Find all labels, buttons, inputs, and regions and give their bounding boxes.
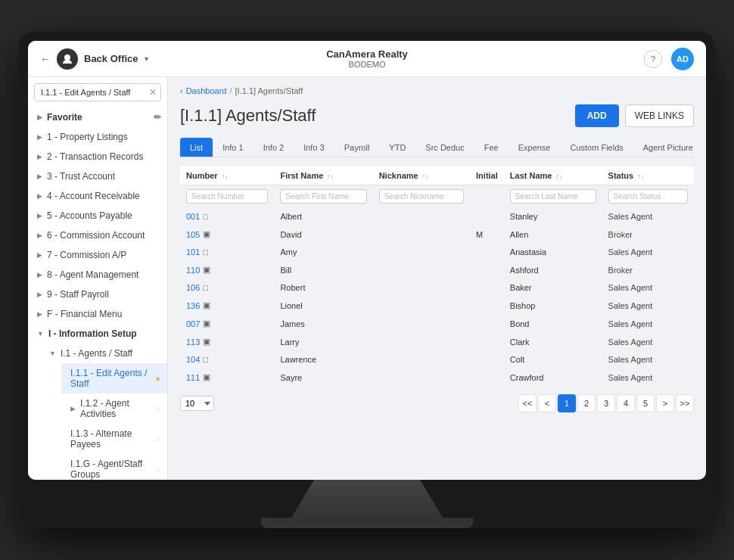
star-icon[interactable]: ☆ — [154, 435, 161, 443]
help-icon[interactable]: ? — [644, 50, 662, 68]
search-initial-cell — [470, 185, 504, 208]
agent-number-link[interactable]: 110 ▣ — [186, 265, 268, 275]
table-row: 104 □ Lawrence Colt Sales Agent — [180, 351, 694, 369]
cell-status: Sales Agent — [602, 297, 694, 315]
agent-number-link[interactable]: 104 □ — [186, 355, 268, 364]
sidebar-search-input[interactable] — [34, 83, 161, 101]
breadcrumb-dashboard[interactable]: Dashboard — [186, 86, 227, 95]
sidebar-item-4[interactable]: ▶ 4 - Account Receivable — [28, 186, 167, 206]
page-2-btn[interactable]: 2 — [577, 394, 596, 412]
page-last-btn[interactable]: >> — [676, 394, 694, 412]
page-1-btn[interactable]: 1 — [558, 394, 576, 412]
page-3-btn[interactable]: 3 — [597, 394, 615, 412]
page-prev-btn[interactable]: < — [538, 394, 556, 412]
tab-ytd[interactable]: YTD — [379, 138, 415, 157]
agent-number-link[interactable]: 007 ▣ — [186, 319, 268, 328]
sidebar-item-I13[interactable]: I.1.3 - Alternate Payees ☆ — [61, 424, 167, 454]
search-firstname-input[interactable] — [280, 189, 366, 204]
table-body: 001 □ Albert Stanley Sales Agent 105 ▣ D… — [180, 208, 694, 387]
sidebar-item-I[interactable]: ▼ I - Information Setup — [28, 324, 167, 344]
cell-initial — [470, 351, 504, 369]
sidebar-item-F[interactable]: ▶ F - Financial Menu — [28, 304, 167, 324]
agent-number-link[interactable]: 113 ▣ — [186, 337, 268, 347]
col-status[interactable]: Status ↑↓ — [602, 166, 694, 185]
col-last-name[interactable]: Last Name ↑↓ — [504, 166, 602, 185]
search-lastname-input[interactable] — [510, 189, 596, 204]
sidebar-item-3[interactable]: ▶ 3 - Trust Account — [28, 166, 167, 186]
col-number[interactable]: Number ↑↓ — [180, 166, 274, 185]
cell-initial — [470, 261, 504, 279]
col-first-name[interactable]: First Name ↑↓ — [274, 166, 372, 185]
sidebar-item-favorite[interactable]: ▶ Favorite ✏ — [28, 107, 167, 127]
search-status-input[interactable] — [608, 189, 688, 204]
cell-initial: M — [470, 226, 504, 244]
sidebar-item-I1G[interactable]: I.1.G - Agent/Staff Groups ☆ — [61, 454, 167, 480]
sidebar-item-I11-edit[interactable]: I.1.1 - Edit Agents / Staff ★ — [61, 363, 167, 394]
col-nickname[interactable]: Nickname ↑↓ — [373, 166, 470, 185]
tab-custom-fields[interactable]: Custom Fields — [560, 138, 633, 157]
tab-info1[interactable]: Info 1 — [213, 138, 253, 157]
page-5-btn[interactable]: 5 — [636, 394, 655, 412]
sidebar-item-6[interactable]: ▶ 6 - Commission Account — [28, 226, 167, 245]
tab-agent-picture[interactable]: Agent Picture — [633, 138, 694, 157]
star-icon[interactable]: ★ — [154, 375, 161, 383]
cell-status: Sales Agent — [602, 315, 694, 333]
sort-arrows-number: ↑↓ — [222, 173, 229, 180]
sidebar-item-I1[interactable]: ▼ I.1 - Agents / Staff — [40, 344, 167, 363]
sidebar-item-9[interactable]: ▶ 9 - Staff Payroll — [28, 285, 167, 304]
sidebar-item-5[interactable]: ▶ 5 - Accounts Payable — [28, 206, 167, 226]
star-icon[interactable]: ☆ — [154, 465, 161, 474]
tab-info2[interactable]: Info 2 — [253, 138, 294, 157]
edit-icon[interactable]: ✏ — [154, 112, 161, 123]
sidebar-item-8[interactable]: ▶ 8 - Agent Management — [28, 265, 167, 285]
cell-nickname — [373, 369, 470, 387]
agent-number-link[interactable]: 105 ▣ — [186, 229, 268, 239]
item8-chevron-icon: ▶ — [37, 271, 42, 278]
web-links-button[interactable]: WEB LINKS — [625, 104, 694, 127]
sidebar-item-label: 1 - Property Listings — [47, 132, 128, 142]
search-number-input[interactable] — [186, 189, 268, 204]
cell-lastname: Anastasia — [504, 244, 602, 261]
status-badge: Sales Agent — [608, 212, 653, 221]
cell-nickname — [373, 279, 470, 297]
sidebar-item-I12[interactable]: ▶ I.1.2 - Agent Activities ☆ — [61, 394, 167, 424]
cell-firstname: Albert — [274, 208, 372, 226]
sidebar-item-1[interactable]: ▶ 1 - Property Listings — [28, 127, 167, 147]
item9-chevron-icon: ▶ — [37, 291, 42, 298]
table-row: 106 □ Robert Baker Sales Agent — [180, 279, 694, 297]
add-button[interactable]: ADD — [575, 104, 619, 127]
sidebar-item-label: 7 - Commission A/P — [47, 250, 126, 260]
tab-src-deduc[interactable]: Src Deduc — [415, 138, 474, 157]
sidebar-item-7[interactable]: ▶ 7 - Commission A/P — [28, 245, 167, 265]
sidebar-toggle-icon[interactable]: ← — [40, 53, 51, 65]
cell-lastname: Bond — [504, 315, 602, 333]
row-doc-icon: □ — [203, 283, 208, 292]
agent-number-link[interactable]: 136 ▣ — [186, 300, 268, 310]
col-initial: Initial — [470, 166, 504, 185]
tab-fee[interactable]: Fee — [474, 138, 509, 157]
tab-list[interactable]: List — [180, 138, 213, 157]
tab-info3[interactable]: Info 3 — [294, 138, 334, 157]
status-badge: Sales Agent — [608, 301, 653, 310]
agent-number-link[interactable]: 111 ▣ — [186, 372, 268, 382]
tab-expense[interactable]: Expense — [509, 138, 561, 157]
page-4-btn[interactable]: 4 — [617, 394, 635, 412]
item3-chevron-icon: ▶ — [37, 173, 42, 180]
agent-number-link[interactable]: 106 □ — [186, 283, 268, 292]
per-page-dropdown[interactable]: 10 25 50 100 — [180, 396, 214, 411]
agent-number-link[interactable]: 101 □ — [186, 247, 268, 257]
star-icon[interactable]: ☆ — [154, 405, 161, 413]
tab-payroll[interactable]: Payroll — [334, 138, 380, 157]
item7-chevron-icon: ▶ — [37, 251, 42, 259]
search-firstname-cell — [274, 185, 372, 208]
page-first-btn[interactable]: << — [518, 394, 537, 412]
back-office-chevron-icon[interactable]: ▾ — [145, 54, 148, 63]
agent-number-link[interactable]: 001 □ — [186, 212, 268, 221]
page-next-btn[interactable]: > — [656, 394, 674, 412]
sidebar-search-clear-icon[interactable]: ✕ — [149, 87, 157, 98]
search-nickname-input[interactable] — [379, 189, 464, 204]
cell-nickname — [373, 208, 470, 226]
cell-status: Broker — [602, 261, 694, 279]
sidebar-item-2[interactable]: ▶ 2 - Transaction Records — [28, 147, 167, 166]
avatar[interactable]: AD — [671, 48, 694, 70]
